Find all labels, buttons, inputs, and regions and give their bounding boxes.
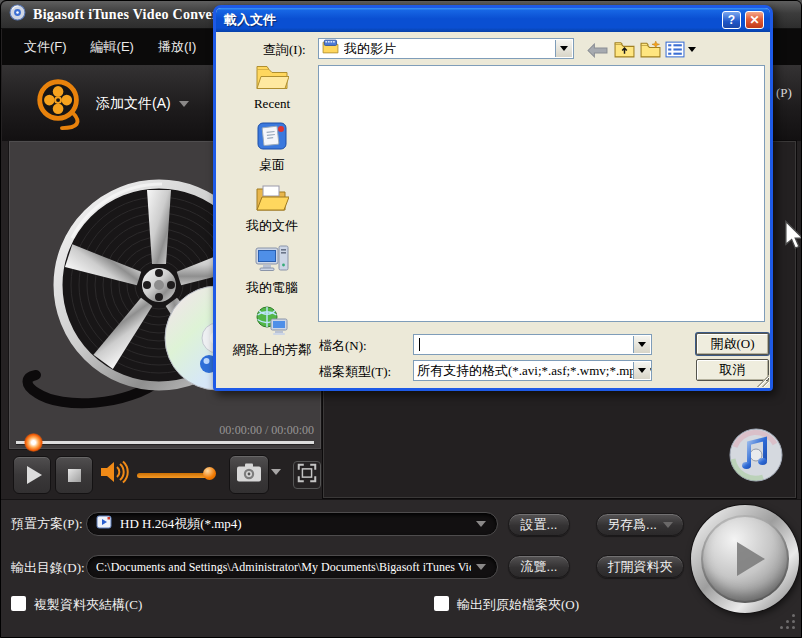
place-label: 我的電腦 — [246, 279, 298, 297]
convert-button[interactable] — [691, 505, 799, 613]
chevron-down-icon — [179, 101, 189, 107]
file-type-label: 檔案類型(T): — [319, 363, 391, 381]
settings-button[interactable]: 設置... — [508, 513, 570, 536]
output-dir-value: C:\Documents and Settings\Administrator\… — [96, 560, 471, 575]
preset-label: 預置方案(P): — [11, 515, 83, 533]
file-type-value: 所有支持的格式(*.avi;*.asf;*.wmv;*.mp4;*.m — [417, 362, 651, 380]
my-videos-icon — [322, 39, 339, 58]
help-button[interactable]: ? — [722, 11, 741, 29]
look-in-value: 我的影片 — [344, 40, 573, 58]
cancel-button-label: 取消 — [720, 361, 746, 379]
volume-thumb[interactable] — [203, 467, 216, 480]
file-name-dropdown-button[interactable] — [633, 336, 650, 353]
browse-button[interactable]: 流覽... — [508, 555, 570, 578]
open-folder-button[interactable]: 打開資料夾 — [596, 555, 684, 578]
output-to-source-label: 輸出到原始檔案夾(O) — [457, 596, 579, 614]
output-dir-combo[interactable]: C:\Documents and Settings\Administrator\… — [86, 555, 498, 579]
window-title: Bigasoft iTunes Video Converter — [33, 7, 237, 23]
bottom-bar: 預置方案(P): HD H.264視頻(*.mp4) 設置... 另存爲... … — [1, 499, 802, 638]
view-menu-caret-icon[interactable] — [688, 47, 696, 52]
stop-icon — [68, 469, 81, 482]
dialog-resize-grip[interactable] — [756, 374, 769, 387]
add-file-label: 添加文件(A) — [96, 95, 171, 113]
place-item[interactable]: Recent — [226, 62, 318, 112]
toolbar-clipped-label: (P) — [776, 85, 792, 101]
file-type-combo[interactable]: 所有支持的格式(*.avi;*.asf;*.wmv;*.mp4;*.m — [413, 360, 652, 381]
file-list[interactable] — [318, 65, 765, 322]
open-button-label: 開啟(O) — [710, 335, 754, 353]
snapshot-button[interactable] — [229, 455, 269, 494]
look-in-dropdown-button[interactable] — [555, 40, 572, 57]
play-button[interactable] — [13, 456, 51, 494]
look-in-label: 查詢(I): — [263, 41, 306, 59]
file-name-label: 檔名(N): — [319, 337, 367, 355]
text-caret — [419, 338, 420, 351]
back-arrow-icon[interactable] — [587, 43, 608, 58]
new-folder-icon[interactable] — [640, 40, 661, 58]
place-item[interactable]: 網路上的芳鄰 — [226, 306, 318, 359]
place-item[interactable]: 我的電腦 — [226, 244, 318, 297]
place-label: 網路上的芳鄰 — [233, 341, 311, 359]
copy-structure-checkbox[interactable] — [11, 596, 26, 611]
menu-item[interactable]: 編輯(E) — [91, 38, 134, 56]
output-to-source-checkbox[interactable] — [434, 596, 449, 611]
file-type-dropdown-button[interactable] — [633, 362, 650, 379]
open-folder-label: 打開資料夾 — [608, 558, 673, 576]
volume-slider[interactable] — [137, 473, 207, 478]
file-name-combo[interactable] — [413, 334, 652, 355]
settings-label: 設置... — [521, 516, 558, 534]
dialog-body: 查詢(I): 我的影片 Recent桌面我的文件我的電腦網路上的芳鄰 檔名(N)… — [216, 32, 770, 388]
place-item[interactable]: 我的文件 — [226, 183, 318, 235]
preset-value: HD H.264視頻(*.mp4) — [120, 515, 242, 533]
dialog-title-bar[interactable]: 載入文件 ? ✕ — [216, 8, 770, 32]
chevron-down-icon — [663, 522, 673, 528]
network-places-icon — [255, 306, 289, 340]
time-display: 00:00:00 / 00:00:00 — [219, 423, 314, 438]
open-button[interactable]: 開啟(O) — [696, 333, 769, 355]
up-folder-icon[interactable] — [614, 40, 635, 58]
preset-combo[interactable]: HD H.264視頻(*.mp4) — [86, 512, 498, 536]
snapshot-menu-icon[interactable] — [271, 469, 281, 475]
recent-folder-icon — [255, 62, 289, 95]
save-as-label: 另存爲... — [607, 516, 657, 534]
convert-button-face — [701, 515, 789, 603]
places-bar: Recent桌面我的文件我的電腦網路上的芳鄰 — [226, 62, 318, 359]
resize-grip[interactable] — [781, 615, 795, 629]
film-reel-icon — [32, 75, 88, 135]
place-item[interactable]: 桌面 — [226, 121, 318, 174]
my-documents-icon — [255, 183, 289, 216]
load-file-dialog: 載入文件 ? ✕ 查詢(I): 我的影片 Recent桌面我的文件我的電腦網路上… — [213, 5, 773, 391]
camera-icon — [236, 462, 262, 487]
seek-thumb[interactable] — [24, 433, 43, 452]
fullscreen-button[interactable] — [293, 461, 321, 489]
place-label: 桌面 — [259, 156, 285, 174]
seek-bar[interactable] — [16, 441, 314, 444]
look-in-combo[interactable]: 我的影片 — [318, 38, 574, 59]
view-menu-icon[interactable] — [665, 41, 685, 58]
add-file-button[interactable]: 添加文件(A) — [96, 95, 189, 113]
play-icon — [27, 466, 42, 484]
stop-button[interactable] — [55, 456, 93, 494]
copy-structure-label: 複製資料夾結構(C) — [34, 596, 142, 614]
app-window: Bigasoft iTunes Video Converter 文件(F)編輯(… — [0, 0, 802, 638]
output-dir-label: 輸出目錄(D): — [11, 559, 85, 577]
itunes-watermark-icon — [727, 427, 785, 487]
desktop-icon — [256, 121, 288, 155]
close-button[interactable]: ✕ — [745, 11, 764, 29]
place-label: Recent — [254, 96, 290, 112]
menu-item[interactable]: 文件(F) — [24, 38, 67, 56]
fullscreen-icon — [296, 462, 318, 488]
app-icon — [9, 4, 26, 25]
save-as-button[interactable]: 另存爲... — [596, 513, 684, 536]
preset-icon — [96, 514, 112, 534]
place-label: 我的文件 — [246, 217, 298, 235]
menu-item[interactable]: 播放(I) — [158, 38, 196, 56]
browse-label: 流覽... — [521, 558, 558, 576]
speaker-icon[interactable] — [99, 459, 129, 489]
convert-play-icon — [737, 542, 765, 576]
chevron-down-icon — [476, 564, 486, 570]
chevron-down-icon — [476, 521, 486, 527]
my-computer-icon — [255, 244, 289, 278]
dialog-title: 載入文件 — [224, 11, 276, 29]
